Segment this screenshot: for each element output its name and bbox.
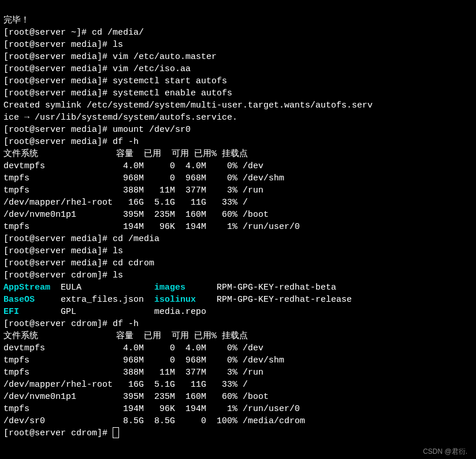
df-row: tmpfs 968M 0 968M 0% /dev/shm xyxy=(3,173,284,183)
df-row: devtmpfs 4.0M 0 4.0M 0% /dev xyxy=(3,343,263,353)
prompt-line: [root@server media]# cd cdrom xyxy=(3,258,154,268)
file-name: GPL media.repo xyxy=(19,307,206,317)
ls-row: BaseOS extra_files.json isolinux RPM-GPG… xyxy=(3,295,352,305)
prompt-line: [root@server cdrom]# xyxy=(3,428,119,438)
ls-row: AppStream EULA images RPM-GPG-KEY-redhat… xyxy=(3,283,336,293)
file-name: EULA xyxy=(50,283,154,293)
df-header: 文件系统 容量 已用 可用 已用% 挂载点 xyxy=(3,331,248,341)
file-name: RPM-GPG-KEY-redhat-release xyxy=(196,295,352,305)
prompt-line: [root@server media]# cd /media xyxy=(3,234,159,244)
df-header: 文件系统 容量 已用 可用 已用% 挂载点 xyxy=(3,149,248,159)
df-row: /dev/sr0 8.5G 8.5G 0 100% /media/cdrom xyxy=(3,416,305,426)
prompt-line: [root@server ~]# cd /media/ xyxy=(3,28,144,38)
dir-name: isolinux xyxy=(154,295,196,305)
prompt-line: [root@server media]# ls xyxy=(3,246,123,256)
prompt-line: [root@server media]# vim /etc/auto.maste… xyxy=(3,52,217,62)
prompt-line: [root@server media]# vim /etc/iso.aa xyxy=(3,64,191,74)
file-name: RPM-GPG-KEY-redhat-beta xyxy=(185,283,336,293)
terminal-output[interactable]: 完毕！ [root@server ~]# cd /media/ [root@se… xyxy=(0,0,476,442)
output-line: Created symlink /etc/systemd/system/mult… xyxy=(3,101,373,110)
df-row: tmpfs 194M 96K 194M 1% /run/user/0 xyxy=(3,222,300,232)
df-row: /dev/mapper/rhel-root 16G 5.1G 11G 33% / xyxy=(3,380,248,390)
ls-row: EFI GPL media.repo xyxy=(3,307,206,317)
prompt-line: [root@server media]# systemctl start aut… xyxy=(3,76,227,86)
dir-name: images xyxy=(154,283,185,293)
file-name: extra_files.json xyxy=(35,295,154,305)
prompt-line: [root@server cdrom]# df -h xyxy=(3,319,139,329)
df-row: /dev/nvme0n1p1 395M 235M 160M 60% /boot xyxy=(3,392,269,402)
output-line: ice → /usr/lib/systemd/system/autofs.ser… xyxy=(3,113,237,123)
df-row: tmpfs 968M 0 968M 0% /dev/shm xyxy=(3,356,284,365)
prompt-line: [root@server media]# systemctl enable au… xyxy=(3,88,232,98)
df-row: tmpfs 388M 11M 377M 3% /run xyxy=(3,186,263,195)
dir-name: BaseOS xyxy=(3,295,35,305)
prompt-line: [root@server media]# umount /dev/sr0 xyxy=(3,125,191,135)
dir-name: AppStream xyxy=(3,283,50,293)
df-row: tmpfs 388M 11M 377M 3% /run xyxy=(3,368,263,377)
prompt-line: [root@server cdrom]# ls xyxy=(3,271,123,280)
df-row: tmpfs 194M 96K 194M 1% /run/user/0 xyxy=(3,404,300,414)
prompt-line: [root@server media]# df -h xyxy=(3,137,139,147)
df-row: /dev/nvme0n1p1 395M 235M 160M 60% /boot xyxy=(3,210,269,220)
dir-name: EFI xyxy=(3,307,19,317)
cursor-icon[interactable] xyxy=(113,427,119,438)
watermark: CSDN @君衍.⠀ xyxy=(423,447,473,457)
line: 完毕！ xyxy=(3,16,29,25)
df-row: devtmpfs 4.0M 0 4.0M 0% /dev xyxy=(3,161,263,171)
df-row: /dev/mapper/rhel-root 16G 5.1G 11G 33% / xyxy=(3,198,248,208)
prompt-line: [root@server media]# ls xyxy=(3,40,123,50)
